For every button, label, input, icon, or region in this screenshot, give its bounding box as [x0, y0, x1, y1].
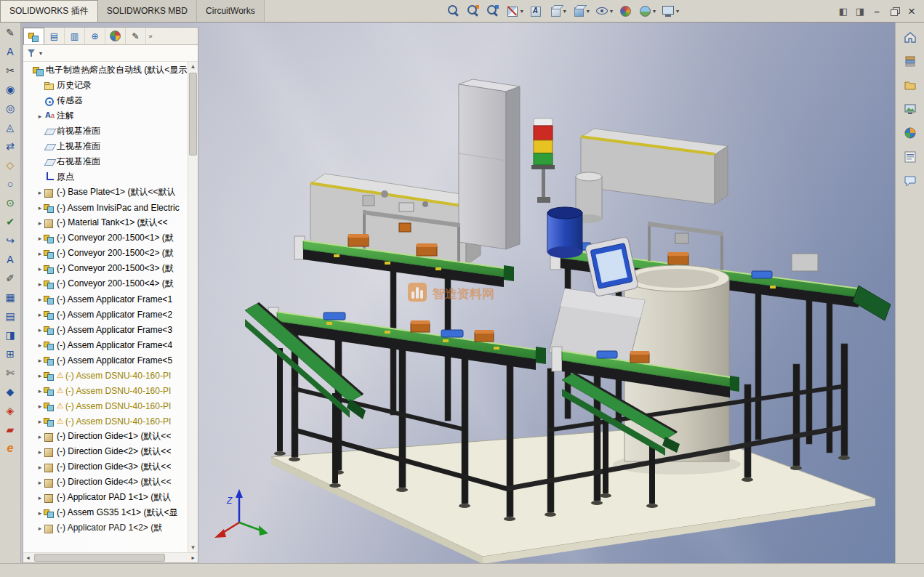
swap-arrows-icon[interactable]: ⇄ — [3, 139, 17, 153]
tree-item[interactable]: ▸ (-) Assem Applicator Frame<5 — [23, 352, 188, 368]
apply-scene-icon[interactable]: ▾ — [638, 4, 656, 18]
featuremanager-tab[interactable] — [23, 28, 44, 44]
geometric-tolerance-icon[interactable]: ◬ — [3, 120, 17, 134]
tree-item[interactable]: ▸ (-) Assem Applicator Frame<3 — [23, 322, 188, 337]
dimxpertmanager-tab[interactable]: ⊕ — [85, 28, 105, 44]
tree-item[interactable]: 右视基准面 — [23, 154, 188, 169]
target-icon[interactable]: ⊙ — [3, 195, 17, 210]
forum-icon[interactable] — [901, 172, 919, 190]
edrawings-icon[interactable]: e — [3, 441, 17, 456]
configurationmanager-tab[interactable]: ▥ — [65, 28, 85, 44]
tree-item[interactable]: ▸ (-) Conveyor 200-1500<4> (默 — [23, 276, 188, 291]
expand-arrow-icon[interactable]: ▸ — [36, 372, 44, 379]
scrollbar-thumb[interactable] — [189, 73, 197, 156]
tree-item[interactable]: ▸ (-) Applicator PAD 1<2> (默 — [23, 520, 188, 536]
tree-item[interactable]: ▸ ⚠ (-) Assem DSNU-40-160-PI — [23, 413, 188, 429]
auto-balloon-icon[interactable]: ◎ — [3, 101, 17, 116]
list-icon[interactable]: ▤ — [3, 309, 17, 323]
datum-diamond-icon[interactable]: ◇ — [3, 158, 17, 172]
previous-view-icon[interactable] — [486, 4, 500, 18]
ribbon-tab[interactable]: SOLIDWORKS MBD — [98, 0, 197, 22]
expand-arrow-icon[interactable]: ▸ — [36, 189, 44, 196]
tree-item[interactable]: ▸ ⚠ (-) Assem DSNU-40-160-PI — [23, 383, 188, 398]
expand-arrow-icon[interactable]: ▸ — [36, 326, 44, 334]
restore-icon[interactable] — [888, 5, 900, 17]
viewport[interactable]: 智造资料网 Z ▤▥⊕✎ » — [21, 23, 895, 563]
zoom-to-area-icon[interactable] — [466, 4, 481, 18]
section-view-icon[interactable]: ▾ — [505, 4, 523, 18]
text-icon[interactable]: A — [3, 252, 17, 267]
tab-overflow-icon[interactable]: » — [146, 28, 155, 44]
scroll-up-icon[interactable]: ▲ — [190, 62, 196, 71]
expand-arrow-icon[interactable]: ▸ — [36, 281, 44, 288]
expand-arrow-icon[interactable]: ▸ — [36, 342, 44, 349]
expand-arrow-icon[interactable]: ▸ — [36, 296, 44, 303]
filter-caret-icon[interactable]: ▾ — [39, 50, 42, 57]
tree-item[interactable]: ▸ (-) Applicator PAD 1<1> (默认 — [23, 490, 188, 505]
split-pane-icon[interactable]: ◨ — [3, 328, 17, 342]
tree-item[interactable]: ▸ (-) Assem Applicator Frame<4 — [23, 337, 188, 352]
close-icon[interactable]: × — [907, 5, 917, 17]
error-marker-icon[interactable]: ◈ — [3, 403, 17, 418]
note-icon[interactable]: A — [3, 44, 17, 59]
scroll-right-icon[interactable]: ▸ — [188, 554, 198, 561]
dropdown-caret-icon[interactable]: ▾ — [610, 8, 613, 15]
view-palette-icon[interactable] — [901, 100, 919, 118]
expand-arrow-icon[interactable]: ▸ — [36, 387, 44, 395]
filter-funnel-icon[interactable] — [27, 48, 37, 58]
addin-tab[interactable]: ✎ — [126, 28, 146, 44]
custom-properties-icon[interactable] — [901, 148, 919, 166]
dropdown-caret-icon[interactable]: ▾ — [521, 8, 523, 15]
dropdown-caret-icon[interactable]: ▾ — [653, 8, 656, 15]
zoom-to-fit-icon[interactable] — [446, 4, 461, 18]
balloon-icon[interactable]: ◉ — [3, 82, 17, 97]
expand-arrow-icon[interactable]: ▸ — [36, 219, 44, 227]
file-explorer-icon[interactable] — [901, 76, 919, 94]
tree-item[interactable]: ▸ (-) Material Tank<1> (默认<< — [23, 215, 188, 230]
tree-item[interactable]: ▸ (-) Conveyor 200-1500<1> (默 — [23, 230, 188, 246]
propertymanager-tab[interactable]: ▤ — [44, 28, 65, 44]
expand-arrow-icon[interactable]: ▸ — [36, 357, 44, 364]
scroll-down-icon[interactable]: ▼ — [190, 543, 196, 552]
collapse-right-pane-icon[interactable]: ◨ — [855, 7, 865, 16]
flag-icon[interactable]: ▰ — [3, 422, 17, 437]
tree-item[interactable]: 电子制造热熔点胶自动线 (默认<显示 — [23, 62, 188, 78]
hide-show-items-icon[interactable]: ▾ — [595, 4, 613, 18]
tree-item[interactable]: ▸ (-) Direction Gide<4> (默认<< — [23, 475, 188, 490]
display-style-icon[interactable]: ▾ — [571, 4, 590, 18]
expand-arrow-icon[interactable]: ▸ — [36, 509, 44, 517]
table-icon[interactable]: ▦ — [3, 290, 17, 304]
tree-item[interactable]: 前视基准面 — [23, 124, 188, 139]
edit-appearance-icon[interactable] — [618, 4, 632, 18]
tree-item[interactable]: ▸ (-) Assem Applicator Frame<1 — [23, 291, 188, 307]
view-orientation-icon[interactable]: ▾ — [548, 4, 566, 18]
expand-arrow-icon[interactable]: ▸ — [36, 204, 44, 211]
tree-item[interactable]: ▸ (-) Assem GS35 1<1> (默认<显 — [23, 505, 188, 520]
solid-diamond-icon[interactable]: ◆ — [3, 384, 17, 399]
tree-item[interactable]: ▸ (-) Conveyor 200-1500<2> (默 — [23, 246, 188, 261]
collapse-left-pane-icon[interactable]: ◧ — [838, 7, 848, 16]
scrollbar-thumb[interactable] — [34, 554, 165, 562]
circle-tool-icon[interactable]: ○ — [3, 177, 17, 191]
expand-arrow-icon[interactable]: ▸ — [36, 311, 44, 318]
home-icon[interactable] — [901, 28, 919, 46]
displaymanager-tab[interactable] — [105, 28, 126, 44]
view-settings-icon[interactable]: ▾ — [661, 4, 679, 18]
dropdown-caret-icon[interactable]: ▾ — [676, 8, 679, 15]
expand-arrow-icon[interactable]: ▸ — [36, 479, 44, 486]
expand-arrow-icon[interactable]: ▸ — [36, 113, 44, 120]
ribbon-tab[interactable]: SOLIDWORKS 插件 — [0, 0, 98, 22]
scroll-left-icon[interactable]: ◂ — [23, 554, 33, 561]
expand-arrow-icon[interactable]: ▸ — [36, 403, 44, 410]
grid-plus-icon[interactable]: ⊞ — [3, 347, 17, 361]
tree-item[interactable]: ▸ 注解 — [23, 108, 188, 124]
tree-item[interactable]: ▸ (-) Base Plate<1> (默认<<默认 — [23, 185, 188, 200]
pen-icon[interactable]: ✐ — [3, 271, 17, 286]
tree-item[interactable]: ▸ (-) Assem Applicator Frame<2 — [23, 307, 188, 322]
tree-item[interactable]: ▸ ⚠ (-) Assem DSNU-40-160-PI — [23, 368, 188, 383]
cut-icon[interactable]: ✂ — [3, 63, 17, 78]
tree-item[interactable]: 上视基准面 — [23, 139, 188, 154]
check-icon[interactable]: ✔ — [3, 214, 17, 229]
tree-item[interactable]: ▸ (-) Conveyor 200-1500<3> (默 — [23, 261, 188, 276]
tree-item[interactable]: 传感器 — [23, 93, 188, 108]
